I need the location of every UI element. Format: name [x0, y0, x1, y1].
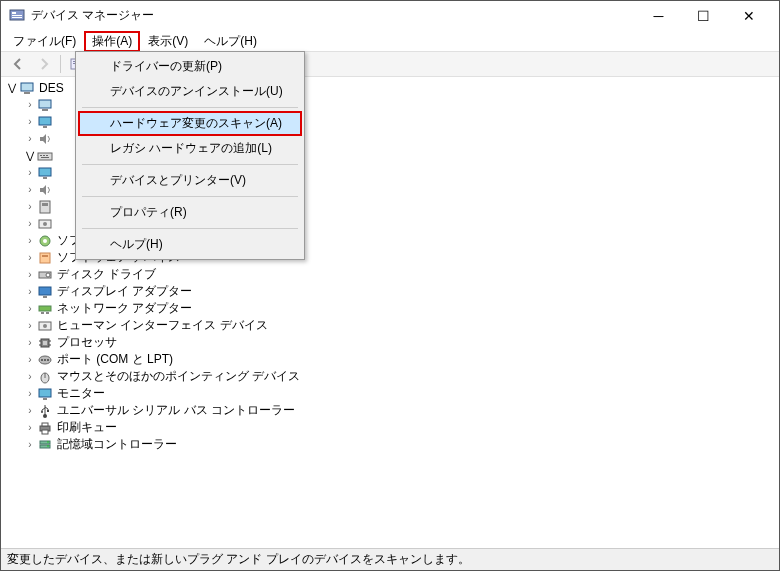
storage-icon: [37, 437, 53, 453]
tree-item-label: ヒューマン インターフェイス デバイス: [57, 317, 268, 334]
expand-arrow-icon[interactable]: ›: [23, 405, 37, 416]
monitor-icon: [37, 386, 53, 402]
tree-item[interactable]: ›ユニバーサル シリアル バス コントローラー: [23, 402, 779, 419]
tree-item-label: マウスとそのほかのポインティング デバイス: [57, 368, 300, 385]
menu-help[interactable]: ヘルプ(H): [196, 31, 265, 52]
menu-separator: [82, 228, 298, 229]
tree-item[interactable]: ›ネットワーク アダプター: [23, 300, 779, 317]
expand-arrow-icon[interactable]: ›: [23, 439, 37, 450]
expand-arrow-icon[interactable]: ›: [23, 218, 37, 229]
expand-arrow-icon[interactable]: ›: [23, 354, 37, 365]
menu-item[interactable]: ドライバーの更新(P): [78, 54, 302, 79]
tree-item[interactable]: ›記憶域コントローラー: [23, 436, 779, 453]
expand-arrow-icon[interactable]: ›: [23, 252, 37, 263]
expand-arrow-icon[interactable]: ›: [23, 235, 37, 246]
svg-rect-57: [40, 441, 50, 444]
svg-rect-7: [21, 83, 33, 91]
forward-button[interactable]: [32, 53, 56, 75]
svg-rect-34: [46, 312, 49, 314]
tree-item-label: ディスプレイ アダプター: [57, 283, 192, 300]
svg-rect-49: [39, 389, 51, 397]
expand-arrow-icon[interactable]: ›: [23, 303, 37, 314]
expand-arrow-icon[interactable]: ›: [23, 184, 37, 195]
tree-item[interactable]: ›ヒューマン インターフェイス デバイス: [23, 317, 779, 334]
minimize-button[interactable]: ─: [636, 2, 681, 30]
svg-point-23: [43, 222, 47, 226]
svg-rect-20: [40, 201, 50, 213]
back-button[interactable]: [6, 53, 30, 75]
menu-item[interactable]: デバイスとプリンター(V): [78, 168, 302, 193]
display-icon: [37, 284, 53, 300]
computer-icon: [37, 97, 53, 113]
maximize-button[interactable]: ☐: [681, 2, 726, 30]
svg-point-51: [43, 414, 47, 418]
expand-arrow-icon[interactable]: ›: [23, 388, 37, 399]
expand-arrow-icon[interactable]: ›: [23, 167, 37, 178]
expand-arrow-icon[interactable]: ›: [23, 320, 37, 331]
expand-arrow-icon[interactable]: ⋁: [23, 150, 37, 161]
expand-arrow-icon[interactable]: ›: [23, 337, 37, 348]
menu-item[interactable]: デバイスのアンインストール(U): [78, 79, 302, 104]
svg-point-46: [47, 359, 49, 361]
expand-arrow-icon[interactable]: ⋁: [5, 82, 19, 93]
expand-arrow-icon[interactable]: ›: [23, 286, 37, 297]
svg-rect-11: [39, 117, 51, 125]
close-button[interactable]: ✕: [726, 2, 771, 30]
menubar: ファイル(F) 操作(A) 表示(V) ヘルプ(H): [1, 31, 779, 51]
expand-arrow-icon[interactable]: ›: [23, 133, 37, 144]
menu-item[interactable]: ハードウェア変更のスキャン(A): [78, 111, 302, 136]
svg-rect-31: [43, 296, 47, 298]
svg-rect-14: [40, 155, 42, 156]
tree-item[interactable]: ›ディスク ドライブ: [23, 266, 779, 283]
svg-rect-10: [42, 109, 48, 111]
titlebar: デバイス マネージャー ─ ☐ ✕: [1, 1, 779, 31]
menu-item[interactable]: ヘルプ(H): [78, 232, 302, 257]
menu-file[interactable]: ファイル(F): [5, 31, 84, 52]
expand-arrow-icon[interactable]: ›: [23, 116, 37, 127]
tree-item[interactable]: ›ポート (COM と LPT): [23, 351, 779, 368]
system-icon: [37, 199, 53, 215]
tree-item-label: ディスク ドライブ: [57, 266, 156, 283]
tree-item[interactable]: ›印刷キュー: [23, 419, 779, 436]
expand-arrow-icon[interactable]: ›: [23, 422, 37, 433]
tree-item[interactable]: ›モニター: [23, 385, 779, 402]
expand-arrow-icon[interactable]: ›: [23, 371, 37, 382]
expand-arrow-icon[interactable]: ›: [23, 99, 37, 110]
window-controls: ─ ☐ ✕: [636, 2, 771, 30]
tree-item[interactable]: ›マウスとそのほかのポインティング デバイス: [23, 368, 779, 385]
svg-point-53: [41, 411, 43, 413]
component-icon: [37, 233, 53, 249]
software-icon: [37, 250, 53, 266]
svg-point-29: [46, 273, 50, 277]
svg-rect-16: [46, 155, 48, 156]
expand-arrow-icon[interactable]: ›: [23, 201, 37, 212]
svg-point-45: [44, 359, 46, 361]
cpu-icon: [37, 335, 53, 351]
menu-action[interactable]: 操作(A): [84, 31, 140, 52]
disk-icon: [37, 267, 53, 283]
toolbar-separator: [60, 55, 61, 73]
svg-point-60: [47, 445, 48, 446]
usb-icon: [37, 403, 53, 419]
svg-rect-1: [12, 12, 16, 14]
tree-item[interactable]: ›ディスプレイ アダプター: [23, 283, 779, 300]
tree-item-label: プロセッサ: [57, 334, 117, 351]
menu-item[interactable]: プロパティ(R): [78, 200, 302, 225]
hid-icon: [37, 318, 53, 334]
statusbar-text: 変更したデバイス、または新しいプラグ アンド プレイのデバイスをスキャンします。: [7, 551, 470, 568]
menu-view[interactable]: 表示(V): [140, 31, 196, 52]
svg-rect-26: [40, 253, 50, 263]
computer-icon: [19, 80, 35, 96]
menu-item[interactable]: レガシ ハードウェアの追加(L): [78, 136, 302, 161]
svg-rect-17: [41, 157, 49, 158]
svg-rect-18: [39, 168, 51, 176]
tree-item[interactable]: ›プロセッサ: [23, 334, 779, 351]
svg-rect-52: [47, 410, 49, 412]
expand-arrow-icon[interactable]: ›: [23, 269, 37, 280]
svg-rect-19: [43, 177, 47, 179]
svg-rect-2: [12, 15, 22, 16]
svg-point-59: [47, 441, 48, 442]
tree-item-label: 記憶域コントローラー: [57, 436, 177, 453]
audio-icon: [37, 131, 53, 147]
svg-rect-33: [41, 312, 44, 314]
